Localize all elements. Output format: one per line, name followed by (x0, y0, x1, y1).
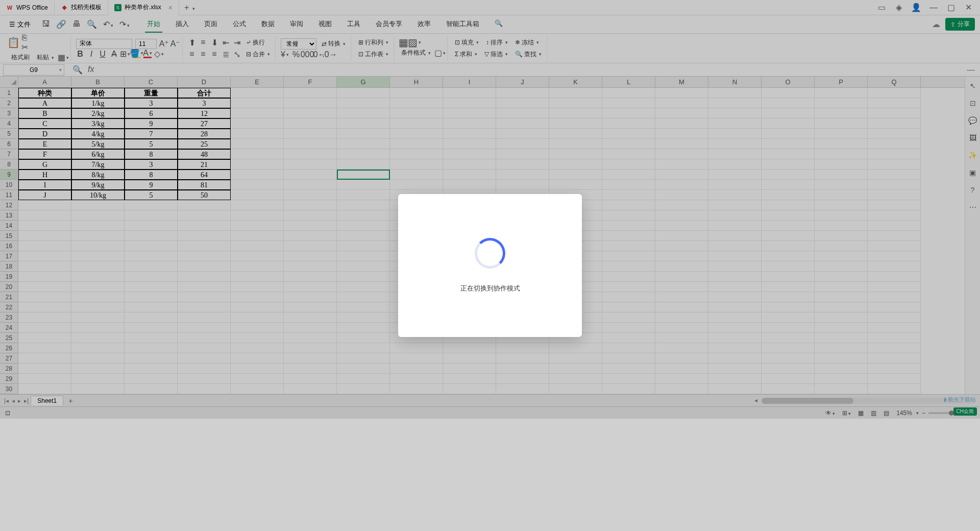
spinner-icon (475, 238, 505, 269)
modal-overlay: 正在切换到协作模式 (0, 0, 980, 531)
loading-modal: 正在切换到协作模式 (398, 194, 582, 337)
modal-message: 正在切换到协作模式 (460, 284, 520, 293)
